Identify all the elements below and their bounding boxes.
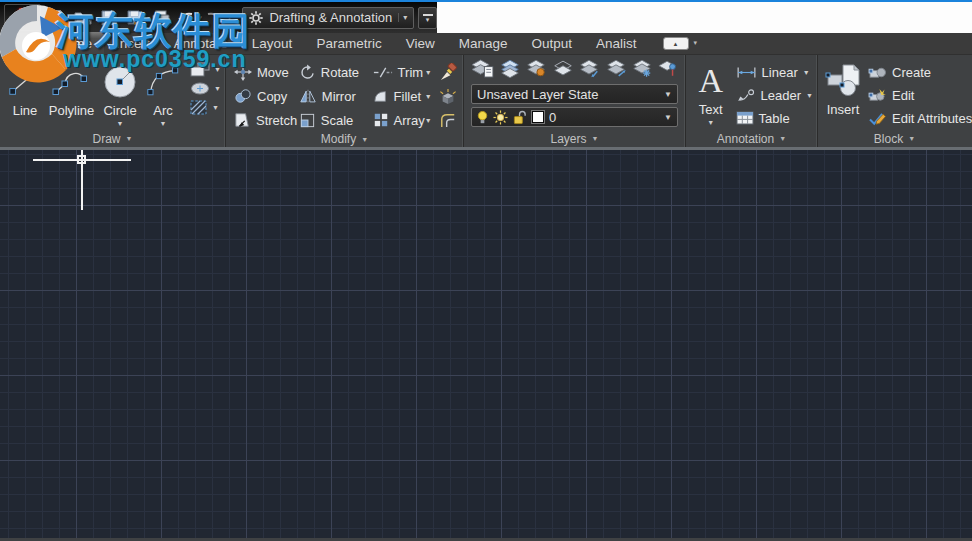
array-flyout-caret[interactable]: ▼ [425, 117, 438, 124]
new-file-button[interactable] [45, 6, 69, 30]
hatch-icon [189, 99, 209, 116]
polyline-button[interactable]: Polyline [47, 58, 96, 118]
layer-off-icon [499, 59, 521, 78]
layer-lock-button[interactable] [631, 59, 653, 82]
workspace-switcher[interactable]: Drafting & Annotation ▾ [242, 7, 414, 29]
layer-isolate-icon [525, 59, 547, 78]
array-button[interactable]: Array [373, 112, 425, 128]
scale-button[interactable]: Scale [299, 112, 373, 129]
tab-parametric[interactable]: Parametric [304, 32, 393, 54]
text-button[interactable]: A Text ▼ [694, 59, 728, 130]
offset-button[interactable] [437, 112, 459, 128]
stretch-button[interactable]: Stretch [234, 112, 299, 128]
offset-icon [439, 112, 457, 128]
panel-title-annotation[interactable]: Annotation ▼ [686, 130, 817, 147]
quick-access-toolbar: A ▾ [0, 2, 437, 33]
circle-button[interactable]: Circle ▼ [99, 58, 141, 127]
create-block-button[interactable]: Create [868, 61, 972, 83]
undo-history-caret[interactable]: ▾ [198, 14, 202, 22]
ribbon-minimize-button[interactable]: ▲ [663, 37, 689, 50]
chevron-down-icon: ▾ [31, 14, 35, 22]
undo-arrow-icon [177, 10, 194, 25]
linear-dimension-button[interactable]: Linear ▼ [736, 61, 813, 83]
layer-freeze-icon [578, 59, 600, 78]
line-button[interactable]: Line [6, 58, 44, 118]
layer-color-swatch[interactable] [532, 111, 544, 123]
redo-button[interactable] [205, 6, 225, 30]
fillet-icon [373, 89, 389, 103]
chevron-up-icon: ▲ [673, 41, 679, 47]
rectangle-flyout-button[interactable]: ▼ [189, 61, 221, 78]
panel-title-modify[interactable]: Modify ▼ [226, 131, 463, 147]
save-button[interactable] [97, 6, 121, 30]
plot-button[interactable] [149, 6, 173, 30]
layer-on-bulb-icon[interactable] [477, 110, 488, 125]
ribbon-minimize-caret[interactable]: ▾ [694, 39, 698, 47]
layer-properties-button[interactable] [471, 59, 494, 82]
circle-icon [100, 61, 140, 101]
qat-customize-button[interactable]: ▾ [418, 7, 437, 29]
tab-layout[interactable]: Layout [240, 32, 305, 54]
edit-attributes-button[interactable]: Edit Attributes [868, 107, 972, 129]
layer-freeze-button[interactable] [578, 59, 600, 82]
tab-insert[interactable]: Insert [104, 32, 162, 54]
create-block-icon [868, 65, 887, 80]
scale-icon [299, 112, 316, 129]
layer-previous-button[interactable] [658, 59, 678, 82]
layer-off-button[interactable] [499, 59, 521, 82]
panel-title-block[interactable]: Block ▼ [818, 130, 971, 147]
layer-thaw-button[interactable] [605, 59, 627, 82]
fillet-flyout-caret[interactable]: ▼ [425, 93, 438, 100]
leader-icon [736, 89, 756, 102]
drawing-canvas[interactable] [0, 150, 972, 538]
layer-state-combo[interactable]: Unsaved Layer State ▼ [471, 84, 678, 104]
panel-expand-icon: ▼ [361, 136, 368, 143]
layer-snowflake-icon [631, 59, 653, 78]
flyout-caret-icon[interactable]: ▼ [160, 120, 167, 127]
mirror-button[interactable]: Mirror [299, 89, 373, 104]
tab-home[interactable]: Home [44, 32, 104, 54]
trim-button[interactable]: Trim [373, 65, 425, 80]
tab-view[interactable]: View [394, 32, 447, 54]
layer-unlock-icon[interactable] [513, 110, 527, 125]
chevron-down-icon: ▾ [426, 18, 430, 22]
panel-title-draw[interactable]: Draw ▼ [0, 130, 225, 147]
copy-button[interactable]: Copy [234, 88, 299, 104]
flyout-caret-icon[interactable]: ▼ [117, 120, 124, 127]
insert-block-button[interactable]: Insert [824, 59, 862, 130]
arc-button[interactable]: Arc ▼ [144, 58, 182, 127]
tab-annotate[interactable]: Annotate [162, 32, 240, 54]
edit-block-button[interactable]: Edit [868, 84, 972, 106]
crosshair-pickbox [77, 155, 86, 164]
undo-button[interactable] [175, 6, 195, 30]
layer-isolate-button[interactable] [525, 59, 547, 82]
redo-arrow-icon [206, 10, 223, 25]
fillet-button[interactable]: Fillet [373, 89, 425, 104]
erase-button[interactable] [437, 63, 459, 82]
move-button[interactable]: Move [234, 63, 299, 81]
mirror-icon [299, 89, 317, 104]
layer-sun-icon[interactable] [493, 110, 508, 125]
tab-analist[interactable]: Analist [584, 32, 649, 54]
leader-button[interactable]: Leader ▼ [736, 84, 813, 106]
save-as-button[interactable] [123, 6, 147, 30]
rotate-button[interactable]: Rotate [299, 64, 373, 81]
trim-flyout-caret[interactable]: ▼ [425, 69, 438, 76]
ellipse-flyout-button[interactable]: ▼ [189, 81, 221, 96]
tab-output[interactable]: Output [519, 32, 584, 54]
hatch-flyout-button[interactable]: ▼ [189, 99, 221, 116]
flyout-caret-icon[interactable]: ▼ [707, 119, 714, 126]
gear-icon [249, 11, 263, 25]
table-button[interactable]: Table [736, 107, 813, 129]
application-menu-button[interactable]: A ▾ [4, 4, 41, 31]
panel-title-layers[interactable]: Layers ▼ [464, 130, 685, 147]
layer-unisolate-button[interactable] [552, 59, 574, 82]
stretch-icon [234, 112, 251, 128]
explode-button[interactable] [437, 88, 459, 105]
open-file-button[interactable] [71, 6, 95, 30]
layer-combo[interactable]: 0 ▼ [471, 107, 678, 127]
redo-history-caret[interactable]: ▾ [228, 14, 232, 22]
edit-block-icon [868, 88, 887, 103]
autocad-window: A ▾ [0, 0, 972, 541]
tab-manage[interactable]: Manage [447, 32, 520, 54]
